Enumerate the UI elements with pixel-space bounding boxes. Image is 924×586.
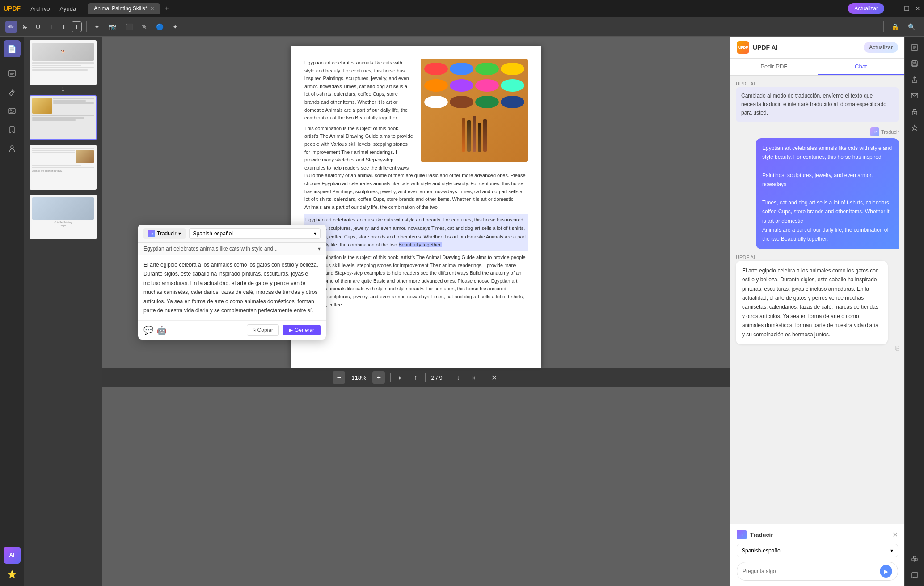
right-icon-share[interactable] xyxy=(907,72,922,87)
svg-line-4 xyxy=(12,91,13,93)
system-msg-label: UPDF AI xyxy=(736,81,899,86)
thumb-content-2 xyxy=(30,96,96,139)
sidebar-icon-star[interactable]: ⭐ xyxy=(4,565,21,582)
tool-highlight[interactable]: ✦ xyxy=(91,21,103,33)
right-icon-mail[interactable] xyxy=(907,89,922,103)
app-logo: UPDF xyxy=(4,5,21,12)
right-icon-document[interactable] xyxy=(907,40,922,55)
update-button[interactable]: Actualizar xyxy=(848,3,884,14)
sidebar-icon-form[interactable] xyxy=(4,102,21,119)
close-bottom-button[interactable]: ✕ xyxy=(489,372,500,384)
generate-button[interactable]: ▶ Generar xyxy=(283,325,321,335)
chat-icon[interactable]: 💬 xyxy=(143,325,153,335)
tab-chat[interactable]: Chat xyxy=(818,59,905,75)
ai-response-label: UPDF AI xyxy=(736,255,899,260)
tool-annotate[interactable]: ✏ xyxy=(5,21,17,33)
tool-more-2[interactable]: ✦ xyxy=(169,21,181,33)
tool-pen[interactable]: ✎ xyxy=(139,21,150,33)
translate-popup-header: Tr Traducir ▾ Spanish-español ▾ xyxy=(138,225,326,243)
maximize-button[interactable]: ☐ xyxy=(904,5,910,12)
right-icon-star[interactable] xyxy=(907,121,922,135)
thumbnail-4-image: Cute Pet PaintingSteps xyxy=(30,195,97,239)
source-text-selector[interactable]: Egyptian art celebrates animals like cat… xyxy=(138,243,326,255)
translate-mode-button[interactable]: Tr Traducir ▾ xyxy=(143,228,186,239)
tool-text1[interactable]: T xyxy=(46,21,56,33)
ai-translate-close-button[interactable]: ✕ xyxy=(892,531,898,539)
thumbnail-1[interactable]: 🐕 1 xyxy=(28,40,98,92)
svg-rect-23 xyxy=(913,556,916,558)
sidebar-icon-pages[interactable]: 📄 xyxy=(4,40,21,57)
tab-ask-pdf[interactable]: Pedir PDF xyxy=(730,59,818,75)
ai-tabs: Pedir PDF Chat xyxy=(730,59,904,76)
translate-badge: Tr Traducir xyxy=(870,127,899,136)
sidebar-bottom: AI ⭐ xyxy=(4,547,21,582)
zoom-out-button[interactable]: − xyxy=(333,371,345,384)
copy-button[interactable]: ⎘ Copiar xyxy=(247,324,279,336)
close-button[interactable]: ✕ xyxy=(915,5,920,12)
ai-icon[interactable]: 🤖 xyxy=(157,325,167,335)
sidebar-icon-ai[interactable]: AI xyxy=(4,547,21,564)
translate-icon: Tr xyxy=(148,230,155,237)
language-selector[interactable]: Spanish-español ▾ xyxy=(189,228,321,239)
tool-more-1[interactable]: 🔵 xyxy=(153,21,167,33)
thumbnail-3[interactable]: Animals are a part of our daily... xyxy=(28,145,98,191)
tab-close-button[interactable]: ✕ xyxy=(150,6,154,12)
ai-update-button[interactable]: Actualizar xyxy=(864,42,898,53)
sidebar-icon-bookmark[interactable] xyxy=(4,121,21,138)
window-controls: — ☐ ✕ xyxy=(892,5,920,12)
menu-ayuda[interactable]: Ayuda xyxy=(55,4,80,14)
thumbnail-4[interactable]: Cute Pet PaintingSteps xyxy=(28,195,98,241)
thumb-page1-image: 🐕 xyxy=(32,43,94,61)
thumb-content-4: Cute Pet PaintingSteps xyxy=(30,195,96,238)
right-icon-lock[interactable] xyxy=(907,105,922,119)
pdf-content-area[interactable]: Egyptian art celebrates animals like cat… xyxy=(102,37,730,586)
sidebar-icon-sign[interactable] xyxy=(4,140,21,157)
toolbar: ✏ S̶ U T T T ✦ 📷 ⬛ ✎ 🔵 ✦ 🔒 🔍 xyxy=(0,17,924,37)
ai-ask-input[interactable] xyxy=(743,568,877,574)
ai-send-button[interactable]: ▶ xyxy=(880,565,892,578)
tool-lock[interactable]: 🔒 xyxy=(888,21,902,33)
gen-icon: ▶ xyxy=(289,327,293,333)
tool-text3[interactable]: T xyxy=(72,21,82,32)
ai-message-ai: UPDF AI El arte egipcio celebra a los an… xyxy=(736,255,899,352)
sidebar-icon-edit[interactable] xyxy=(4,65,21,82)
tool-search[interactable]: 🔍 xyxy=(905,21,919,33)
ai-panel-title: UPDF AI xyxy=(753,44,777,51)
new-tab-button[interactable]: + xyxy=(162,4,172,13)
first-page-button[interactable]: ⇤ xyxy=(396,372,407,384)
sidebar-icon-annotate[interactable] xyxy=(4,84,21,101)
last-page-button[interactable]: ⇥ xyxy=(466,372,477,384)
zoom-in-button[interactable]: + xyxy=(372,371,385,384)
thumbnail-2[interactable] xyxy=(28,95,98,141)
ai-translate-panel: Tr Traducir ✕ Spanish-español ▾ ▶ xyxy=(730,524,904,586)
tool-text2[interactable]: T xyxy=(59,21,69,33)
translate-footer: 💬 🤖 ⎘ Copiar ▶ Generar xyxy=(138,320,326,340)
tool-strikethrough[interactable]: S̶ xyxy=(20,21,30,33)
thumb-content-3: Animals are a part of our daily... xyxy=(30,146,96,189)
prev-page-button[interactable]: ↑ xyxy=(411,372,420,383)
translate-dropdown-arrow: ▾ xyxy=(178,230,181,237)
nav-separator-3 xyxy=(448,373,448,382)
tool-shape[interactable]: ⬛ xyxy=(122,21,136,33)
tool-underline[interactable]: U xyxy=(33,21,43,33)
pdf-para-3: This combination is the subject of this … xyxy=(304,254,528,309)
ai-language-dropdown[interactable]: Spanish-español ▾ xyxy=(737,544,898,557)
svg-rect-6 xyxy=(10,110,12,111)
ai-messages: UPDF AI Cambiado al modo de traducción, … xyxy=(730,76,904,524)
svg-rect-18 xyxy=(911,93,918,98)
tool-stamp[interactable]: 📷 xyxy=(105,21,119,33)
minimize-button[interactable]: — xyxy=(892,5,899,12)
title-bar-right: Actualizar — ☐ ✕ xyxy=(848,3,920,14)
right-icon-chat[interactable] xyxy=(907,568,922,582)
right-sidebar xyxy=(904,37,924,586)
menu-archivo[interactable]: Archivo xyxy=(26,4,54,14)
next-page-button[interactable]: ↓ xyxy=(454,372,463,383)
active-tab[interactable]: Animal Painting Skills* ✕ xyxy=(88,3,160,14)
right-icon-plugin[interactable] xyxy=(907,552,922,566)
right-icon-save[interactable] xyxy=(907,56,922,71)
copy-response-area: ⎘ xyxy=(736,344,899,352)
translate-panel-icon: Tr xyxy=(737,530,747,539)
source-dropdown-arrow: ▾ xyxy=(318,246,321,252)
copy-response-button[interactable]: ⎘ xyxy=(895,344,899,352)
ai-lang-dropdown-arrow: ▾ xyxy=(890,548,893,554)
